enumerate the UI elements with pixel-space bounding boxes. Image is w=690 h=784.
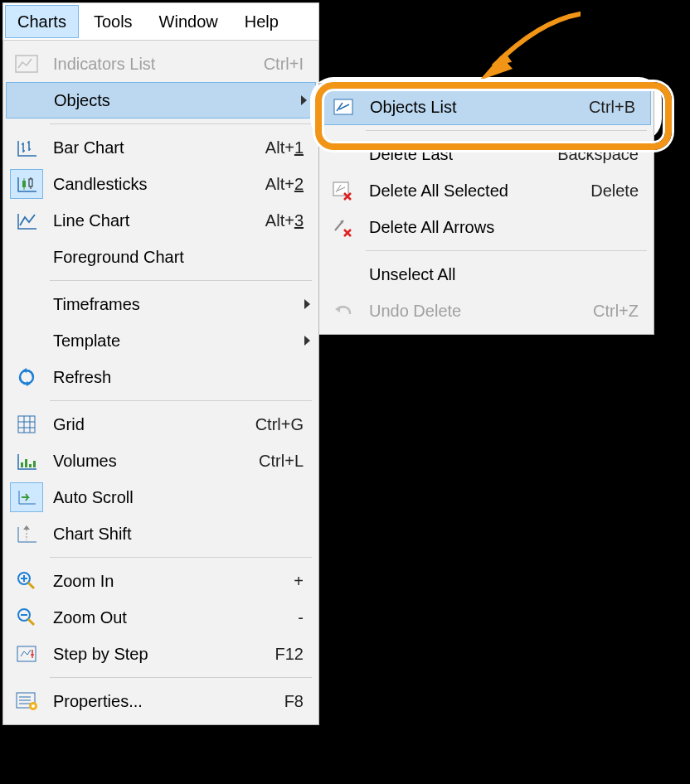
template-label: Template	[50, 332, 318, 351]
svg-rect-2	[29, 179, 32, 186]
zoom-out-label: Zoom Out	[50, 608, 298, 627]
undo-label: Undo Delete	[366, 302, 593, 321]
separator	[50, 123, 312, 124]
menu-charts-label: Charts	[17, 12, 66, 31]
menu-window[interactable]: Window	[146, 3, 231, 40]
auto-scroll-icon	[10, 482, 43, 512]
menu-tools-label: Tools	[94, 12, 133, 31]
delete-arrows-icon	[326, 212, 359, 242]
svg-rect-3	[18, 416, 35, 433]
item-grid[interactable]: Grid Ctrl+G	[3, 406, 318, 443]
properties-icon	[10, 686, 43, 716]
item-objects-list[interactable]: Objects List Ctrl+B	[322, 89, 651, 125]
item-properties[interactable]: Properties... F8	[3, 683, 318, 719]
undo-icon	[326, 296, 359, 326]
svg-rect-7	[33, 461, 36, 467]
volumes-icon	[10, 446, 43, 476]
candlesticks-accel: Alt+2	[265, 175, 318, 194]
bar-chart-icon	[10, 133, 43, 162]
separator	[50, 557, 312, 558]
menu-window-label: Window	[159, 12, 218, 31]
indicators-icon	[10, 49, 43, 79]
candlesticks-icon	[10, 169, 43, 199]
foreground-chart-label: Foreground Chart	[50, 248, 318, 267]
step-accel: F12	[275, 645, 318, 664]
menu-charts[interactable]: Charts	[5, 5, 79, 38]
refresh-icon	[10, 362, 43, 392]
delete-last-accel: Backspace	[557, 145, 654, 164]
separator	[50, 280, 312, 281]
svg-rect-4	[21, 462, 23, 467]
delete-arrows-label: Delete All Arrows	[366, 218, 654, 237]
bar-chart-accel: Alt+1	[265, 138, 318, 157]
svg-rect-1	[22, 181, 26, 187]
item-bar-chart[interactable]: Bar Chart Alt+1	[3, 129, 318, 166]
submenu-arrow-icon	[301, 95, 307, 105]
item-objects[interactable]: Objects	[6, 82, 316, 119]
auto-scroll-label: Auto Scroll	[50, 488, 318, 507]
objects-list-accel: Ctrl+B	[589, 98, 650, 117]
item-auto-scroll[interactable]: Auto Scroll	[3, 479, 318, 515]
separator	[366, 130, 647, 131]
candlesticks-label: Candlesticks	[50, 175, 265, 194]
grid-icon	[10, 409, 43, 439]
item-volumes[interactable]: Volumes Ctrl+L	[3, 443, 318, 479]
item-chart-shift[interactable]: Chart Shift	[3, 515, 318, 552]
objects-submenu: Objects List Ctrl+B Delete Last Backspac…	[318, 83, 654, 335]
indicators-accel: Ctrl+I	[264, 55, 318, 74]
menubar: Charts Tools Window Help	[2, 2, 319, 41]
item-line-chart[interactable]: Line Chart Alt+3	[3, 202, 318, 239]
chart-shift-icon	[10, 519, 43, 549]
blank-icon	[326, 259, 359, 289]
item-delete-all-arrows[interactable]: Delete All Arrows	[319, 209, 654, 245]
item-refresh[interactable]: Refresh	[3, 359, 318, 395]
item-candlesticks[interactable]: Candlesticks Alt+2	[3, 166, 318, 202]
blank-icon	[10, 326, 43, 356]
timeframes-label: Timeframes	[50, 295, 318, 314]
grid-accel: Ctrl+G	[255, 415, 318, 434]
item-delete-all-selected[interactable]: Delete All Selected Delete	[319, 172, 654, 209]
delete-last-label: Delete Last	[366, 145, 557, 164]
submenu-arrow-icon	[304, 299, 310, 309]
objects-icon	[11, 85, 44, 115]
delete-selected-label: Delete All Selected	[366, 181, 590, 201]
zoom-in-label: Zoom In	[50, 572, 294, 591]
svg-rect-0	[16, 56, 37, 72]
item-indicators-list: Indicators List Ctrl+I	[3, 46, 318, 82]
svg-rect-6	[29, 464, 32, 467]
separator	[366, 250, 647, 251]
refresh-label: Refresh	[50, 368, 318, 387]
item-foreground-chart[interactable]: Foreground Chart	[3, 239, 318, 275]
separator	[50, 400, 312, 401]
blank-icon	[10, 242, 43, 272]
undo-accel: Ctrl+Z	[593, 302, 654, 321]
menu-help-label: Help	[245, 12, 279, 31]
objects-label: Objects	[51, 91, 315, 110]
svg-rect-5	[25, 459, 27, 467]
volumes-label: Volumes	[50, 452, 259, 471]
charts-dropdown: Indicators List Ctrl+I Objects Bar Chart…	[2, 41, 319, 725]
submenu-arrow-icon	[304, 336, 310, 346]
item-zoom-out[interactable]: Zoom Out -	[3, 599, 318, 636]
unselect-all-label: Unselect All	[366, 265, 654, 284]
pointer-arrow-icon	[448, 4, 581, 79]
item-delete-last[interactable]: Delete Last Backspace	[319, 136, 654, 172]
item-zoom-in[interactable]: Zoom In +	[3, 563, 318, 599]
separator	[50, 677, 312, 678]
properties-accel: F8	[284, 692, 318, 711]
item-timeframes[interactable]: Timeframes	[3, 286, 318, 322]
step-label: Step by Step	[50, 645, 275, 664]
blank-icon	[10, 289, 43, 319]
item-step-by-step[interactable]: Step by Step F12	[3, 636, 318, 672]
menu-help[interactable]: Help	[231, 3, 292, 40]
item-unselect-all[interactable]: Unselect All	[319, 256, 654, 293]
zoom-in-icon	[10, 566, 43, 596]
objects-list-label: Objects List	[367, 98, 589, 117]
line-chart-icon	[10, 206, 43, 235]
menu-tools[interactable]: Tools	[80, 3, 146, 40]
line-chart-label: Line Chart	[50, 211, 265, 230]
item-template[interactable]: Template	[3, 322, 318, 359]
bar-chart-label: Bar Chart	[50, 138, 265, 157]
zoom-out-icon	[10, 603, 43, 632]
zoom-in-accel: +	[294, 572, 318, 591]
